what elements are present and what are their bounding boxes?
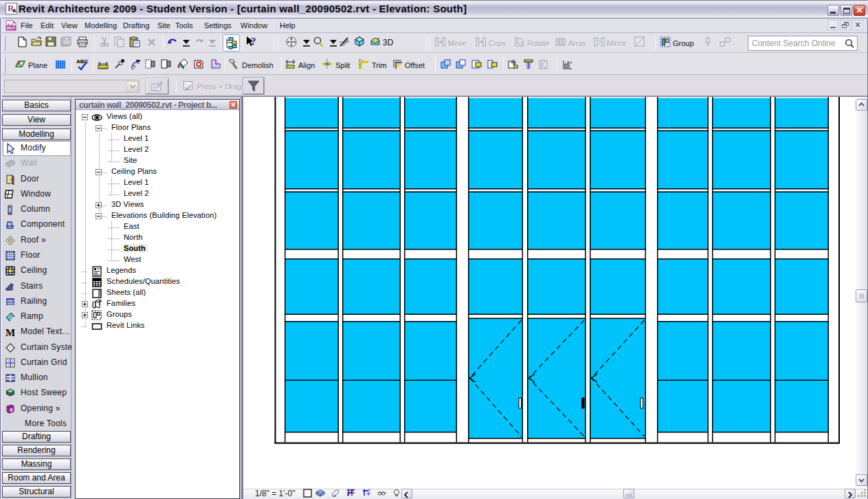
svg-text:ABC: ABC xyxy=(76,58,89,65)
svg-text:M: M xyxy=(5,327,15,337)
